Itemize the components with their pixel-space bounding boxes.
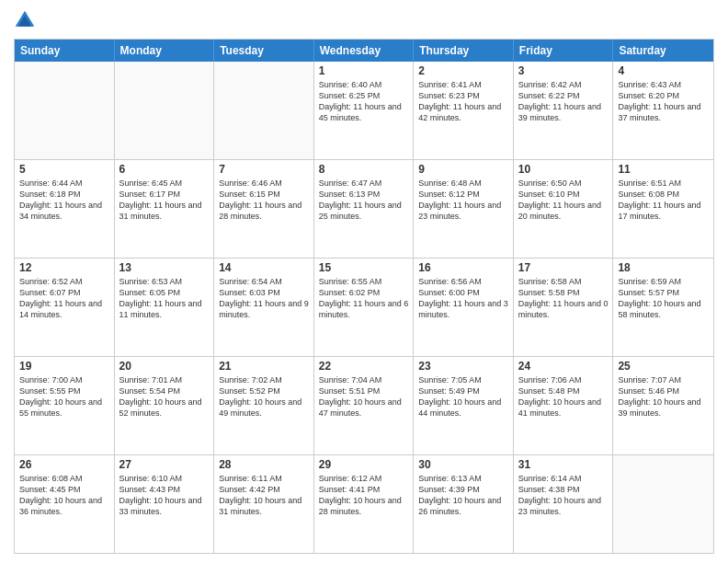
day-cell-3: 3Sunrise: 6:42 AM Sunset: 6:22 PM Daylig… <box>514 62 614 159</box>
day-info: Sunrise: 6:50 AM Sunset: 6:10 PM Dayligh… <box>518 178 609 223</box>
day-info: Sunrise: 6:59 AM Sunset: 5:57 PM Dayligh… <box>618 276 709 321</box>
day-cell-6: 6Sunrise: 6:45 AM Sunset: 6:17 PM Daylig… <box>115 160 215 258</box>
day-number: 20 <box>119 360 210 373</box>
day-cell-8: 8Sunrise: 6:47 AM Sunset: 6:13 PM Daylig… <box>314 160 415 258</box>
day-cell-4: 4Sunrise: 6:43 AM Sunset: 6:20 PM Daylig… <box>613 62 713 159</box>
day-number: 16 <box>418 261 508 274</box>
day-number: 8 <box>319 163 409 176</box>
day-info: Sunrise: 6:08 AM Sunset: 4:45 PM Dayligh… <box>19 473 109 518</box>
day-cell-9: 9Sunrise: 6:48 AM Sunset: 6:12 PM Daylig… <box>414 160 514 258</box>
header <box>14 9 714 31</box>
day-number: 30 <box>418 458 508 471</box>
day-info: Sunrise: 7:06 AM Sunset: 5:48 PM Dayligh… <box>518 374 609 419</box>
day-number: 24 <box>518 360 609 373</box>
page: SundayMondayTuesdayWednesdayThursdayFrid… <box>0 0 728 563</box>
day-cell-14: 14Sunrise: 6:54 AM Sunset: 6:03 PM Dayli… <box>214 259 314 356</box>
day-info: Sunrise: 6:56 AM Sunset: 6:00 PM Dayligh… <box>418 276 508 321</box>
day-cell-21: 21Sunrise: 7:02 AM Sunset: 5:52 PM Dayli… <box>214 357 314 454</box>
day-number: 22 <box>319 360 409 373</box>
day-info: Sunrise: 6:45 AM Sunset: 6:17 PM Dayligh… <box>119 178 210 223</box>
day-number: 15 <box>319 261 409 274</box>
day-info: Sunrise: 6:58 AM Sunset: 5:58 PM Dayligh… <box>518 276 609 321</box>
day-info: Sunrise: 6:53 AM Sunset: 6:05 PM Dayligh… <box>119 276 210 321</box>
day-info: Sunrise: 6:11 AM Sunset: 4:42 PM Dayligh… <box>219 473 309 518</box>
day-number: 9 <box>418 163 508 176</box>
day-number: 10 <box>518 163 609 176</box>
day-info: Sunrise: 6:47 AM Sunset: 6:13 PM Dayligh… <box>319 178 409 223</box>
day-info: Sunrise: 6:12 AM Sunset: 4:41 PM Dayligh… <box>319 473 409 518</box>
day-cell-5: 5Sunrise: 6:44 AM Sunset: 6:18 PM Daylig… <box>15 160 115 258</box>
day-info: Sunrise: 6:48 AM Sunset: 6:12 PM Dayligh… <box>418 178 508 223</box>
day-number: 12 <box>19 261 109 274</box>
day-number: 21 <box>219 360 309 373</box>
day-info: Sunrise: 7:00 AM Sunset: 5:55 PM Dayligh… <box>19 374 109 419</box>
day-number: 1 <box>319 64 409 77</box>
header-cell-saturday: Saturday <box>613 40 713 62</box>
day-cell-28: 28Sunrise: 6:11 AM Sunset: 4:42 PM Dayli… <box>214 455 314 553</box>
calendar-row-3: 19Sunrise: 7:00 AM Sunset: 5:55 PM Dayli… <box>15 356 713 454</box>
calendar-body: 1Sunrise: 6:40 AM Sunset: 6:25 PM Daylig… <box>15 62 713 553</box>
day-cell-17: 17Sunrise: 6:58 AM Sunset: 5:58 PM Dayli… <box>514 259 614 356</box>
day-number: 6 <box>119 163 210 176</box>
day-cell-20: 20Sunrise: 7:01 AM Sunset: 5:54 PM Dayli… <box>115 357 215 454</box>
day-number: 5 <box>19 163 109 176</box>
day-cell-15: 15Sunrise: 6:55 AM Sunset: 6:02 PM Dayli… <box>314 259 415 356</box>
calendar-header: SundayMondayTuesdayWednesdayThursdayFrid… <box>15 40 713 62</box>
day-cell-empty-0-2 <box>214 62 314 159</box>
day-cell-24: 24Sunrise: 7:06 AM Sunset: 5:48 PM Dayli… <box>514 357 614 454</box>
day-cell-30: 30Sunrise: 6:13 AM Sunset: 4:39 PM Dayli… <box>414 455 514 553</box>
day-info: Sunrise: 7:01 AM Sunset: 5:54 PM Dayligh… <box>119 374 210 419</box>
day-cell-27: 27Sunrise: 6:10 AM Sunset: 4:43 PM Dayli… <box>115 455 215 553</box>
header-cell-wednesday: Wednesday <box>314 40 415 62</box>
day-number: 11 <box>618 163 709 176</box>
day-cell-11: 11Sunrise: 6:51 AM Sunset: 6:08 PM Dayli… <box>613 160 713 258</box>
day-number: 27 <box>119 458 210 471</box>
day-info: Sunrise: 6:42 AM Sunset: 6:22 PM Dayligh… <box>518 79 609 124</box>
day-cell-empty-0-0 <box>15 62 115 159</box>
header-cell-sunday: Sunday <box>15 40 115 62</box>
day-number: 31 <box>518 458 609 471</box>
day-number: 17 <box>518 261 609 274</box>
header-cell-monday: Monday <box>115 40 215 62</box>
day-cell-16: 16Sunrise: 6:56 AM Sunset: 6:00 PM Dayli… <box>414 259 514 356</box>
day-cell-7: 7Sunrise: 6:46 AM Sunset: 6:15 PM Daylig… <box>214 160 314 258</box>
header-cell-tuesday: Tuesday <box>214 40 314 62</box>
day-info: Sunrise: 6:46 AM Sunset: 6:15 PM Dayligh… <box>219 178 309 223</box>
day-cell-25: 25Sunrise: 7:07 AM Sunset: 5:46 PM Dayli… <box>613 357 713 454</box>
day-cell-13: 13Sunrise: 6:53 AM Sunset: 6:05 PM Dayli… <box>115 259 215 356</box>
day-cell-12: 12Sunrise: 6:52 AM Sunset: 6:07 PM Dayli… <box>15 259 115 356</box>
day-info: Sunrise: 6:51 AM Sunset: 6:08 PM Dayligh… <box>618 178 709 223</box>
day-number: 4 <box>618 64 709 77</box>
day-number: 29 <box>319 458 409 471</box>
day-info: Sunrise: 6:10 AM Sunset: 4:43 PM Dayligh… <box>119 473 210 518</box>
calendar-row-2: 12Sunrise: 6:52 AM Sunset: 6:07 PM Dayli… <box>15 258 713 356</box>
day-info: Sunrise: 6:14 AM Sunset: 4:38 PM Dayligh… <box>518 473 609 518</box>
day-number: 7 <box>219 163 309 176</box>
day-cell-10: 10Sunrise: 6:50 AM Sunset: 6:10 PM Dayli… <box>514 160 614 258</box>
day-info: Sunrise: 6:44 AM Sunset: 6:18 PM Dayligh… <box>19 178 109 223</box>
day-cell-26: 26Sunrise: 6:08 AM Sunset: 4:45 PM Dayli… <box>15 455 115 553</box>
header-cell-thursday: Thursday <box>414 40 514 62</box>
day-info: Sunrise: 6:13 AM Sunset: 4:39 PM Dayligh… <box>418 473 508 518</box>
day-cell-1: 1Sunrise: 6:40 AM Sunset: 6:25 PM Daylig… <box>314 62 415 159</box>
calendar-row-1: 5Sunrise: 6:44 AM Sunset: 6:18 PM Daylig… <box>15 159 713 258</box>
day-number: 18 <box>618 261 709 274</box>
logo <box>14 9 40 31</box>
day-cell-18: 18Sunrise: 6:59 AM Sunset: 5:57 PM Dayli… <box>613 259 713 356</box>
day-cell-19: 19Sunrise: 7:00 AM Sunset: 5:55 PM Dayli… <box>15 357 115 454</box>
day-cell-empty-4-6 <box>613 455 713 553</box>
day-number: 14 <box>219 261 309 274</box>
day-number: 23 <box>418 360 508 373</box>
day-info: Sunrise: 6:41 AM Sunset: 6:23 PM Dayligh… <box>418 79 508 124</box>
day-number: 28 <box>219 458 309 471</box>
day-info: Sunrise: 6:55 AM Sunset: 6:02 PM Dayligh… <box>319 276 409 321</box>
day-info: Sunrise: 7:02 AM Sunset: 5:52 PM Dayligh… <box>219 374 309 419</box>
day-cell-31: 31Sunrise: 6:14 AM Sunset: 4:38 PM Dayli… <box>514 455 614 553</box>
day-number: 13 <box>119 261 210 274</box>
day-number: 19 <box>19 360 109 373</box>
header-cell-friday: Friday <box>514 40 614 62</box>
day-info: Sunrise: 6:52 AM Sunset: 6:07 PM Dayligh… <box>19 276 109 321</box>
day-cell-23: 23Sunrise: 7:05 AM Sunset: 5:49 PM Dayli… <box>414 357 514 454</box>
day-info: Sunrise: 7:04 AM Sunset: 5:51 PM Dayligh… <box>319 374 409 419</box>
day-info: Sunrise: 7:07 AM Sunset: 5:46 PM Dayligh… <box>618 374 709 419</box>
